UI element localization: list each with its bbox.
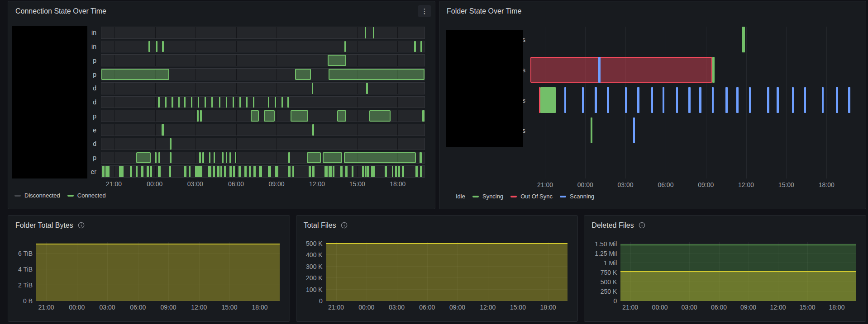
panel-info-button[interactable] (639, 222, 645, 229)
state-segment (229, 152, 231, 164)
state-segment (328, 55, 346, 66)
state-segment (238, 166, 241, 177)
x-tick-label: 00:00 (147, 180, 162, 188)
y-tick-label: 1.50 Mil (595, 240, 617, 248)
gridline (155, 166, 156, 177)
gridline (317, 83, 317, 94)
x-tick-label: 09:00 (740, 304, 756, 311)
panel-menu-button[interactable]: ⋮ (418, 5, 431, 17)
y-tick-label: 500 K (306, 240, 323, 247)
panel-title[interactable]: Deleted Files (591, 221, 634, 230)
dashboard-row-top: Connection State Over Time ⋮ ininppddped… (8, 1, 866, 209)
legend-item[interactable]: Connected (67, 192, 106, 199)
gridline (397, 27, 398, 38)
panel-title[interactable]: Connection State Over Time (15, 7, 106, 15)
state-segment (275, 97, 277, 108)
legend-item[interactable]: Idle (446, 193, 465, 200)
state-segment (158, 166, 161, 177)
state-segment (369, 110, 391, 122)
gridline (196, 152, 196, 164)
state-segment (136, 166, 138, 177)
state-track (101, 82, 425, 94)
panel-title[interactable]: Folder State Over Time (447, 7, 521, 15)
state-segment (101, 69, 169, 80)
legend-item[interactable]: Out Of Sync (510, 193, 553, 200)
state-segment (158, 152, 160, 164)
x-tick-label: 12:00 (309, 180, 325, 188)
panel-deleted-files: Deleted Files 1.50 Mil1.25 Mil1 Mil750 K… (584, 215, 866, 322)
gridline (236, 83, 237, 94)
y-tick-label: 0 (319, 297, 323, 305)
y-tick-label: 300 K (306, 263, 323, 270)
state-segment (162, 124, 164, 136)
gridline (155, 55, 156, 66)
state-segment (422, 110, 424, 122)
gridline (317, 27, 317, 38)
legend-item[interactable]: Syncing (472, 193, 503, 200)
state-segment (337, 110, 346, 122)
gridline (357, 166, 358, 177)
y-tick-label: 0 B (23, 297, 33, 305)
legend-item[interactable]: Disconnected (14, 192, 60, 199)
gridline (397, 41, 398, 52)
state-segment (749, 87, 751, 113)
gridline (397, 83, 398, 94)
state-segment (663, 87, 664, 113)
state-segment (712, 87, 714, 113)
state-segment (712, 57, 715, 83)
state-segment (214, 152, 215, 164)
gridline (236, 41, 237, 52)
state-segment (281, 97, 283, 108)
state-track (101, 41, 425, 53)
area-chart: 1.50 Mil1.25 Mil1 Mil750 K500 K250 K0 21… (584, 242, 866, 312)
gridline (155, 27, 156, 38)
state-segment (345, 166, 348, 177)
x-tick-label: 06:00 (419, 304, 435, 311)
area-series (36, 244, 280, 301)
legend-label: Scanning (570, 193, 594, 200)
state-segment (211, 97, 213, 108)
gridline (277, 83, 277, 94)
state-segment (367, 166, 369, 177)
gridline (277, 110, 277, 122)
state-segment (333, 166, 334, 177)
legend-item[interactable]: Scanning (560, 193, 594, 200)
gridline (317, 138, 317, 150)
state-segment (249, 166, 251, 177)
state-segment (312, 83, 314, 94)
state-segment (102, 166, 105, 177)
x-tick-label: 21:00 (106, 180, 122, 188)
panel-info-button[interactable] (341, 222, 348, 229)
x-tick-label: 21:00 (537, 181, 553, 188)
x-tick-label: 21:00 (622, 304, 638, 311)
state-segment (108, 166, 110, 177)
panel-header: Connection State Over Time ⋮ (8, 1, 435, 16)
state-segment (268, 97, 270, 108)
state-segment (217, 166, 219, 177)
panel-title[interactable]: Folder Total Bytes (15, 221, 73, 230)
x-tick-label: 03:00 (99, 304, 115, 311)
x-tick-label: 15:00 (778, 181, 794, 188)
legend-color-pill (510, 196, 517, 197)
panel-title[interactable]: Total Files (304, 221, 336, 230)
gridline (397, 97, 398, 108)
gridline (277, 124, 277, 136)
state-segment (385, 166, 387, 177)
plot-area (36, 242, 280, 301)
gridline (114, 166, 115, 177)
info-icon (639, 222, 645, 229)
panel-info-button[interactable] (78, 222, 85, 229)
state-segment (564, 87, 566, 113)
y-tick-label: 100 K (306, 286, 323, 293)
state-segment (244, 166, 247, 177)
gridline (277, 41, 277, 52)
state-segment (288, 152, 290, 164)
plot-area (620, 242, 856, 301)
state-track (101, 138, 425, 150)
y-tick-label: 400 K (306, 251, 323, 258)
state-segment (202, 152, 204, 164)
panel-header: Folder Total Bytes (8, 216, 290, 230)
legend-label: Idle (456, 193, 465, 200)
gridline (196, 97, 196, 108)
state-segment (226, 152, 228, 164)
